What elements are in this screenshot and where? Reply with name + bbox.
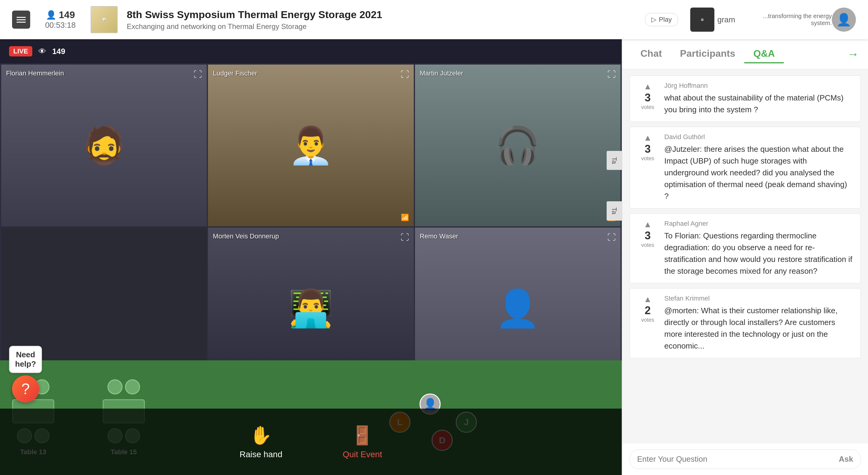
qa-text-1: what about the sustainability of the mat… bbox=[664, 92, 853, 116]
bottom-controls: ✋ Raise hand 🚪 Quit Event bbox=[0, 409, 622, 475]
panel-tabs: Chat Participants Q&A → bbox=[622, 39, 868, 69]
participant-name-morten: Morten Veis Donnerup bbox=[213, 232, 279, 240]
qa-item-2: ▲ 3 votes David Guthörl @Jutzeler: there… bbox=[629, 127, 861, 209]
qa-author-1: Jörg Hoffmann bbox=[664, 82, 853, 90]
event-thumbnail: 📊 bbox=[91, 6, 118, 33]
event-info: 8th Swiss Symposium Thermal Energy Stora… bbox=[127, 9, 633, 31]
vote-up-icon-3[interactable]: ▲ bbox=[644, 220, 652, 229]
raise-hand-icon: ✋ bbox=[250, 424, 272, 446]
video-cell-florian: 🧔 Florian Hemmerlein ⛶ bbox=[1, 65, 207, 226]
video-top-bar: LIVE 👁 149 bbox=[0, 39, 622, 63]
qa-item-4: ▲ 2 votes Stefan Krimmel @morten: What i… bbox=[629, 288, 861, 358]
video-cell-martin: 🎧 Martin Jutzeler ⛶ 📶 bbox=[415, 65, 621, 226]
quit-event-button[interactable]: 🚪 Quit Event bbox=[343, 424, 382, 459]
qa-input-wrapper: Ask bbox=[629, 449, 861, 469]
qa-author-3: Raphael Agner bbox=[664, 220, 853, 227]
vote-count-1: 3 bbox=[645, 91, 651, 104]
sidebar-tab-right-1[interactable]: Ta bbox=[607, 151, 622, 170]
qa-item-1: ▲ 3 votes Jörg Hoffmann what about the s… bbox=[629, 75, 861, 122]
expand-icon-remo[interactable]: ⛶ bbox=[607, 232, 616, 242]
raise-hand-label: Raise hand bbox=[240, 450, 282, 459]
video-grid: 🧔 Florian Hemmerlein ⛶ 👨‍💼 Ludger Fische… bbox=[0, 63, 622, 390]
participant-name-florian: Florian Hemmerlein bbox=[6, 69, 64, 77]
qa-content-3: Raphael Agner To Florian: Questions rega… bbox=[664, 220, 853, 277]
expand-icon-florian[interactable]: ⛶ bbox=[193, 69, 202, 80]
vote-label-4: votes bbox=[641, 317, 654, 323]
attendee-count: 149 bbox=[59, 9, 75, 21]
vote-section-4: ▲ 2 votes bbox=[637, 294, 658, 352]
person-icon: 👤 bbox=[46, 10, 56, 20]
side-panel: Chat Participants Q&A → ▲ 3 votes Jörg H… bbox=[622, 39, 868, 475]
play-icon: ▷ bbox=[651, 16, 656, 24]
quit-label: Quit Event bbox=[343, 450, 382, 459]
vote-label-3: votes bbox=[641, 242, 654, 248]
qa-input-area: Ask bbox=[622, 443, 868, 475]
quit-icon: 🚪 bbox=[351, 424, 374, 446]
event-timer: 00:53:18 bbox=[45, 21, 75, 30]
qa-author-2: David Guthörl bbox=[664, 133, 853, 141]
user-avatar-icon: 👤 bbox=[836, 13, 851, 27]
need-help-text: Needhelp? bbox=[15, 350, 36, 369]
need-help-bubble: Needhelp? bbox=[9, 346, 42, 373]
tab-participants[interactable]: Participants bbox=[671, 45, 744, 63]
raise-hand-button[interactable]: ✋ Raise hand bbox=[240, 424, 282, 459]
qa-text-4: @morten: What is their customer relation… bbox=[664, 305, 853, 352]
tab-chat[interactable]: Chat bbox=[631, 45, 671, 63]
hamburger-icon bbox=[17, 19, 26, 20]
eye-icon: 👁 bbox=[38, 47, 46, 56]
qa-text-3: To Florian: Questions regarding thermocl… bbox=[664, 230, 853, 277]
attendee-info: 👤 149 00:53:18 bbox=[42, 9, 79, 30]
menu-button[interactable] bbox=[12, 10, 30, 29]
help-button[interactable]: ? bbox=[12, 375, 39, 403]
vote-count-3: 3 bbox=[645, 229, 651, 242]
qa-content-2: David Guthörl @Jutzeler: there arises th… bbox=[664, 133, 853, 202]
header-right-text: gram bbox=[717, 15, 735, 25]
sidebar-right-tabs: Ta Ta bbox=[607, 151, 622, 221]
qa-list: ▲ 3 votes Jörg Hoffmann what about the s… bbox=[622, 69, 868, 443]
sidebar-tab-right-1-label: Ta bbox=[611, 157, 618, 164]
vote-count-4: 2 bbox=[645, 304, 651, 317]
video-cell-ludger: 👨‍💼 Ludger Fischer ⛶ 📶 bbox=[208, 65, 413, 226]
header: 👤 149 00:53:18 📊 8th Swiss Symposium The… bbox=[0, 0, 868, 39]
qa-text-2: @Jutzeler: there arises the question wha… bbox=[664, 144, 853, 202]
table-seat bbox=[107, 379, 123, 394]
live-badge: LIVE bbox=[9, 46, 32, 57]
help-icon: ? bbox=[22, 380, 30, 398]
thumbnail-image: 📊 bbox=[102, 18, 106, 22]
expand-icon-martin[interactable]: ⛶ bbox=[607, 69, 616, 80]
sidebar-tab-right-2[interactable]: Ta bbox=[607, 201, 622, 220]
table-seat bbox=[125, 379, 140, 394]
sidebar-tab-right-2-label: Ta bbox=[611, 207, 618, 214]
vote-up-icon-2[interactable]: ▲ bbox=[644, 133, 652, 143]
vote-section-1: ▲ 3 votes bbox=[637, 82, 658, 116]
transforming-text: ...transforming the energy system. bbox=[741, 13, 832, 27]
header-logo: 🏛 bbox=[690, 7, 714, 32]
need-help-widget: Needhelp? ? bbox=[9, 346, 42, 403]
qa-author-4: Stefan Krimmel bbox=[664, 294, 853, 303]
tab-arrow[interactable]: → bbox=[847, 48, 859, 61]
event-subtitle: Exchanging and networking on Thermal Ene… bbox=[127, 22, 633, 31]
ask-button[interactable]: Ask bbox=[839, 454, 853, 464]
qa-content-4: Stefan Krimmel @morten: What is their cu… bbox=[664, 294, 853, 352]
signal-icon-ludger: 📶 bbox=[401, 214, 409, 222]
user-avatar[interactable]: 👤 bbox=[832, 7, 856, 32]
participant-name-remo: Remo Waser bbox=[420, 232, 459, 240]
qa-item-3: ▲ 3 votes Raphael Agner To Florian: Ques… bbox=[629, 213, 861, 283]
tab-qa[interactable]: Q&A bbox=[744, 45, 784, 63]
expand-icon-morten[interactable]: ⛶ bbox=[401, 232, 409, 242]
viewer-count: 149 bbox=[52, 47, 65, 56]
qa-content-1: Jörg Hoffmann what about the sustainabil… bbox=[664, 82, 853, 116]
logo-image: 🏛 bbox=[701, 18, 704, 22]
expand-icon-ludger[interactable]: ⛶ bbox=[401, 69, 409, 80]
play-button[interactable]: ▷ Play bbox=[645, 13, 678, 26]
participant-name-martin: Martin Jutzeler bbox=[420, 69, 463, 77]
vote-label-1: votes bbox=[641, 104, 654, 110]
vote-count-2: 3 bbox=[645, 143, 651, 155]
vote-up-icon-4[interactable]: ▲ bbox=[644, 294, 652, 304]
vote-section-2: ▲ 3 votes bbox=[637, 133, 658, 202]
vote-section-3: ▲ 3 votes bbox=[637, 220, 658, 277]
play-label: Play bbox=[659, 16, 672, 24]
qa-input[interactable] bbox=[637, 454, 839, 464]
vote-label-2: votes bbox=[641, 155, 654, 162]
vote-up-icon-1[interactable]: ▲ bbox=[644, 82, 652, 91]
